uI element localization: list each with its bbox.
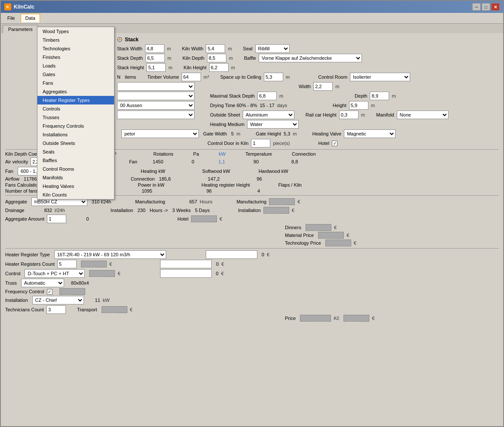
manufacturing-label2: Manufacturing — [236, 199, 266, 204]
select4[interactable] — [117, 111, 195, 119]
competitor-select[interactable]: petor — [121, 129, 199, 138]
technicians-count-input[interactable] — [46, 305, 66, 314]
control-label: Control — [5, 271, 20, 276]
heater-registers-count-input[interactable] — [57, 260, 77, 268]
kiln-width-label: Kiln Width — [182, 46, 204, 51]
maximize-button[interactable]: □ — [482, 3, 490, 11]
seal-select[interactable]: Ribfill — [255, 44, 290, 53]
space-ceiling-input[interactable] — [264, 73, 283, 81]
kiln-width-input[interactable] — [206, 44, 225, 53]
price-label: Price — [285, 316, 296, 321]
select2[interactable] — [117, 92, 195, 100]
dropdown-kiln-counts[interactable]: Kiln Counts — [37, 190, 114, 199]
air-velocity-label: Air velocity — [5, 159, 28, 164]
menu-data[interactable]: Data — [21, 14, 40, 22]
dropdown-fans[interactable]: Fans — [37, 79, 114, 87]
control-room-select[interactable]: Isolierter — [350, 73, 410, 81]
stack-height-input[interactable] — [146, 63, 166, 72]
temperature-label: Temperature — [245, 151, 272, 157]
price-kc: ████████ — [300, 315, 331, 322]
truss-val2: 80x80x4 — [71, 280, 89, 286]
control-door-input[interactable] — [251, 139, 270, 147]
stack-width-input[interactable] — [145, 44, 164, 53]
extra-input3[interactable] — [160, 269, 212, 278]
select3[interactable]: 00 Aussen — [117, 101, 195, 110]
softwood-val: 147,2 — [208, 176, 220, 181]
dropdown-control-rooms[interactable]: Control Rooms — [37, 165, 114, 173]
heater-register-type-label: Heater Register Type — [5, 252, 50, 257]
kiln-depth-input[interactable] — [207, 54, 226, 62]
dropdown-technologies[interactable]: Technologies — [37, 44, 114, 53]
window-title: KilnCalc — [14, 4, 34, 10]
drainage-val: 832 — [44, 208, 52, 213]
dropdown-heating-valves[interactable]: Heating Valves — [37, 182, 114, 190]
dropdown-finishes[interactable]: Finishes — [37, 53, 114, 61]
manufacturing-label: Manufacturing — [135, 199, 165, 204]
dropdown-frequency-controls[interactable]: Frequency Controls — [37, 122, 114, 130]
cr-width-input[interactable] — [313, 82, 333, 91]
stack-depth-input[interactable] — [145, 54, 165, 62]
extra-input2[interactable] — [160, 260, 212, 268]
stack-radio[interactable] — [117, 37, 122, 42]
dropdown-loads[interactable]: Loads — [37, 61, 114, 70]
manifold-label: Manifold — [376, 112, 394, 117]
gate-height-val: 5,3 — [284, 131, 290, 136]
dropdown-manifolds[interactable]: Manifolds — [37, 173, 114, 182]
installation-label2: Installation — [238, 208, 261, 213]
dropdown-timbers[interactable]: Timbers — [37, 36, 114, 44]
timber-volume-input[interactable] — [182, 73, 201, 81]
kiln-height-label: Kiln Height — [184, 65, 207, 70]
aggregate-amount-input[interactable] — [47, 215, 66, 223]
technology-price-label: Technology Price — [285, 240, 321, 246]
baffle-select[interactable]: Vorne Klappe auf Zwischendecke — [259, 54, 362, 62]
dropdown-installations[interactable]: Installations — [37, 130, 114, 139]
dropdown-outside-sheets[interactable]: Outside Sheets — [37, 139, 114, 147]
minimize-button[interactable]: ─ — [472, 3, 481, 11]
installation-label3: Installation — [5, 298, 28, 303]
flaps-label: Flaps / Kiln — [278, 182, 302, 187]
close-button[interactable]: ✕ — [491, 3, 500, 11]
control-door-label: Control Door in Kiln — [207, 141, 248, 146]
truss-select[interactable]: Automatic — [21, 279, 64, 287]
softwood-kw-label: Softwood kW — [202, 169, 230, 174]
aggregate-label: Aggregate — [5, 199, 27, 204]
connection-val-label: Connection — [131, 176, 155, 181]
select1[interactable] — [117, 82, 195, 91]
rail-car-height-input[interactable] — [339, 111, 359, 119]
aggregate-amount-label: Aggregate Amount — [5, 216, 44, 221]
heater-register-type-select[interactable]: 16T-2R-40 - 219 kW - 69 120 m3/h — [54, 250, 166, 259]
frequency-control-checkbox[interactable]: ✓ — [47, 289, 53, 295]
dropdown-gates[interactable]: Gates — [37, 70, 114, 79]
dropdown-controls[interactable]: Controls — [37, 104, 114, 113]
dropdown-trusses[interactable]: Trusses — [37, 113, 114, 122]
aggregate-amount-val2: 0 — [86, 216, 89, 221]
dropdown-heater-register-types[interactable]: Heater Register Types — [37, 96, 114, 104]
control-select[interactable]: D-Touch + PC + HT — [25, 269, 85, 278]
pa-label: Pa — [193, 151, 199, 157]
heating-valve-select[interactable]: Magnetic — [344, 129, 396, 138]
extra-input1[interactable] — [206, 250, 257, 259]
max-stack-depth-input[interactable] — [257, 92, 277, 100]
installation-kw: 11 — [95, 298, 100, 303]
material-price: ████ — [318, 232, 344, 239]
rotations-label: Rotations — [153, 151, 173, 157]
dropdown-baffles[interactable]: Baffles — [37, 156, 114, 165]
installation-select[interactable]: CZ - Chief — [32, 296, 84, 304]
heating-medium-select[interactable]: Water — [247, 120, 299, 129]
dropdown-seals[interactable]: Seals — [37, 147, 114, 156]
dropdown-aggregates[interactable]: Aggregates — [37, 87, 114, 96]
menu-file[interactable]: File — [3, 14, 20, 22]
hardwood-kw-label: Hardwood kW — [259, 169, 288, 174]
outside-sheet-select[interactable]: Aluminium — [243, 111, 294, 119]
dropdown-wood-types[interactable]: Wood Types — [37, 27, 114, 36]
manifold-select[interactable]: None — [397, 111, 448, 119]
control-room-label: Control Room — [318, 74, 347, 80]
material-price-label: Material Price — [285, 233, 314, 238]
transport-label: Transport — [77, 307, 97, 312]
tab-parameters[interactable]: Parameters — [3, 25, 38, 33]
hotel-checkbox[interactable]: ✓ — [332, 141, 337, 146]
cr-depth-input[interactable] — [370, 92, 389, 100]
cr-height-input[interactable] — [349, 101, 368, 110]
gate-width-label: Gate Width — [203, 131, 227, 136]
kiln-height-input[interactable] — [209, 63, 229, 72]
